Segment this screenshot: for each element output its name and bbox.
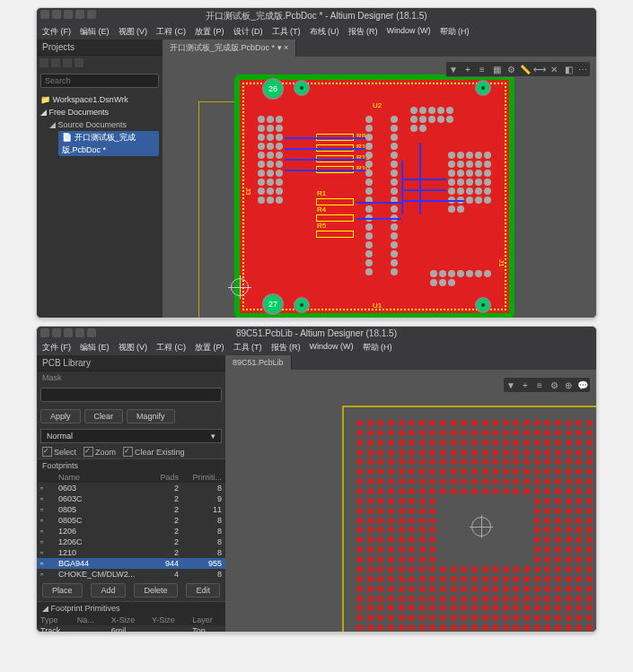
doc-tabs: 开口测试板_完成版.PcbDoc * ▾ × [163,39,596,57]
footprint-row[interactable]: ▫BGA944944955 [37,558,225,569]
qat-icon[interactable] [40,10,49,19]
menu-item[interactable]: 工程 (C) [156,26,186,38]
ruler-icon[interactable]: 📏 [520,64,531,74]
menu-item[interactable]: 视图 (V) [119,342,148,353]
qat-icon[interactable] [75,10,84,19]
apply-button[interactable]: Apply [40,409,81,423]
col-type[interactable]: Type [37,615,74,625]
menu-item[interactable]: 工具 (T) [272,26,301,38]
mounting-hole [475,297,491,313]
clear-existing-checkbox[interactable]: Clear Existing [123,447,185,457]
plus-icon[interactable]: + [520,380,531,390]
view-icon[interactable]: ◧ [563,64,574,74]
dimension-icon[interactable]: ⟷ [534,64,545,74]
menu-item[interactable]: 放置 (P) [195,26,224,38]
menu-item[interactable]: 报告 (R) [348,26,378,38]
primitives-section[interactable]: ◢ Footprint Primitives [37,601,225,615]
add-button[interactable]: Add [91,583,125,598]
mounting-hole [294,80,310,96]
footprint-row[interactable]: ▫0603C29 [37,493,225,504]
tree-source[interactable]: ◢ Source Documents [40,118,159,131]
ic-u1 [365,116,376,275]
col-name[interactable]: Name [55,472,139,483]
col-prim[interactable]: Primiti... [182,472,225,483]
doc-tab[interactable]: 89C51.PcbLib [225,355,292,370]
plus-icon[interactable]: + [462,64,473,74]
pcb-editor: 开口测试板_完成版.PcbDoc * ▾ × ▼+≡▦⚙📏⟷✕◧⋯ 26 27 … [163,39,596,318]
panel-icon[interactable] [40,58,48,67]
footprint-canvas[interactable] [225,370,596,633]
col-layer[interactable]: Layer [189,615,225,625]
menu-item[interactable]: 编辑 (E) [80,26,110,38]
footprint-row[interactable]: ▫060328 [37,483,225,493]
search-input[interactable] [40,74,159,88]
altium-window-pcblib: 89C51.PcbLib - Altium Designer (18.1.5) … [36,326,597,633]
footprint-row[interactable]: ▫0805C28 [37,515,225,526]
settings-icon[interactable]: ⚙ [506,64,516,74]
menu-item[interactable]: 视图 (V) [119,26,148,38]
zoom-checkbox[interactable]: Zoom [84,447,116,457]
menu-item[interactable]: 编辑 (E) [80,342,110,353]
menu-item[interactable]: 设计 (D) [233,26,263,38]
connector-j3 [258,116,283,204]
footprint-row[interactable]: ▫121028 [37,547,225,558]
primitive-row[interactable]: Track6milTop... [37,625,225,633]
place-button[interactable]: Place [42,583,83,598]
filter-icon[interactable]: ▼ [448,64,459,74]
magnify-button[interactable]: Magnify [127,409,175,423]
menu-item[interactable]: 布线 (U) [310,26,339,38]
qat-icon[interactable] [52,10,61,19]
qat-icon[interactable] [40,328,49,337]
col-pads[interactable]: Pads [139,472,182,483]
footprint-row[interactable]: ▫CHOKE_CM/DLW2...48 [37,569,225,580]
grid-icon[interactable]: ▦ [491,64,502,74]
menu-item[interactable]: 工程 (C) [156,342,186,353]
menu-item[interactable]: 帮助 (H) [363,342,392,353]
panel-title: Projects [37,39,163,56]
panel-icon[interactable] [75,58,84,67]
snap-icon[interactable]: ⊕ [563,380,574,390]
xsignal-icon[interactable]: ✕ [549,64,559,74]
menu-item[interactable]: 报告 (R) [271,342,301,353]
settings-icon[interactable]: ⚙ [549,380,559,390]
qat-icon[interactable] [75,328,84,337]
menu-item[interactable]: Window (W) [387,26,431,38]
qat-icon[interactable] [87,10,96,19]
doc-tab[interactable]: 开口测试板_完成版.PcbDoc * ▾ × [163,39,296,57]
comment-icon[interactable]: 💬 [577,380,588,390]
mask-input[interactable] [40,388,222,402]
panel-title: PCB Library [37,355,225,371]
clear-button[interactable]: Clear [84,409,124,423]
col-name2[interactable]: Na... [74,615,108,625]
pcb-canvas[interactable]: 26 27 J3 R8 R11 R13 R10 R1 R4 R5 [163,57,596,318]
qat-icon[interactable] [87,328,96,337]
qat-icon[interactable] [52,328,61,337]
more-icon[interactable]: ⋯ [577,64,588,74]
qat-icon[interactable] [64,10,73,19]
menu-item[interactable]: 帮助 (H) [440,26,470,38]
menu-item[interactable]: 文件 (F) [42,342,71,353]
panel-icon[interactable] [51,58,60,67]
filter-icon[interactable]: ▼ [506,380,516,390]
tree-free[interactable]: ◢ Free Documents [40,106,159,118]
menu-item[interactable]: Window (W) [310,342,354,353]
mode-dropdown[interactable]: Normal ▾ [40,429,222,443]
edit-button[interactable]: Edit [186,583,220,598]
tree-workspace[interactable]: 📁 Workspace1.DsnWrk [40,93,159,106]
menu-item[interactable]: 放置 (P) [195,342,224,353]
main-menu: 文件 (F)编辑 (E)视图 (V)工程 (C)放置 (P)设计 (D)工具 (… [37,24,596,39]
col-xs[interactable]: X-Size [108,615,148,625]
layers-icon[interactable]: ≡ [534,380,545,390]
footprint-row[interactable]: ▫0805211 [37,504,225,515]
footprint-row[interactable]: ▫120628 [37,526,225,537]
select-checkbox[interactable]: Select [42,447,76,457]
menu-item[interactable]: 工具 (T) [233,342,262,353]
tree-doc[interactable]: 📄 开口测试板_完成版.PcbDoc * [40,131,159,156]
panel-icon[interactable] [63,58,72,67]
delete-button[interactable]: Delete [134,583,177,598]
menu-item[interactable]: 文件 (F) [42,26,71,38]
footprint-row[interactable]: ▫1206C28 [37,537,225,547]
col-ys[interactable]: Y-Size [148,615,189,625]
layers-icon[interactable]: ≡ [477,64,488,74]
qat-icon[interactable] [64,328,73,337]
